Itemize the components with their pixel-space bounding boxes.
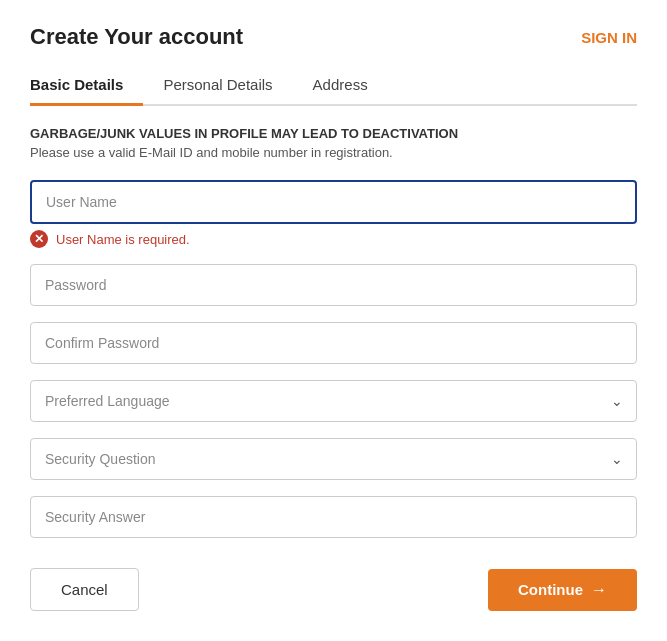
confirm-password-group (30, 322, 637, 364)
security-question-group: Security Question What is your mother's … (30, 438, 637, 480)
username-error-row: ✕ User Name is required. (30, 230, 637, 248)
sign-in-link[interactable]: SIGN IN (581, 29, 637, 46)
registration-card: Create Your account SIGN IN Basic Detail… (0, 0, 667, 641)
continue-button[interactable]: Continue → (488, 569, 637, 611)
password-input[interactable] (30, 264, 637, 306)
username-error-text: User Name is required. (56, 232, 190, 247)
password-group (30, 264, 637, 306)
warning-text: Please use a valid E-Mail ID and mobile … (30, 145, 637, 160)
warning-box: GARBAGE/JUNK VALUES IN PROFILE MAY LEAD … (30, 126, 637, 160)
tab-basic-details[interactable]: Basic Details (30, 66, 143, 106)
preferred-language-group: Preferred Language English Hindi Tamil T… (30, 380, 637, 422)
warning-title: GARBAGE/JUNK VALUES IN PROFILE MAY LEAD … (30, 126, 637, 141)
preferred-language-select[interactable]: Preferred Language English Hindi Tamil T… (30, 380, 637, 422)
header-row: Create Your account SIGN IN (30, 24, 637, 50)
security-answer-group (30, 496, 637, 538)
continue-label: Continue (518, 581, 583, 598)
cancel-button[interactable]: Cancel (30, 568, 139, 611)
security-answer-input[interactable] (30, 496, 637, 538)
username-input[interactable] (30, 180, 637, 224)
username-group: ✕ User Name is required. (30, 180, 637, 248)
tab-address[interactable]: Address (313, 66, 388, 106)
confirm-password-input[interactable] (30, 322, 637, 364)
page-title: Create Your account (30, 24, 243, 50)
security-question-select[interactable]: Security Question What is your mother's … (30, 438, 637, 480)
error-icon: ✕ (30, 230, 48, 248)
tabs-container: Basic Details Personal Details Address (30, 66, 637, 106)
tab-personal-details[interactable]: Personal Details (163, 66, 292, 106)
arrow-icon: → (591, 581, 607, 599)
footer-row: Cancel Continue → (30, 568, 637, 611)
